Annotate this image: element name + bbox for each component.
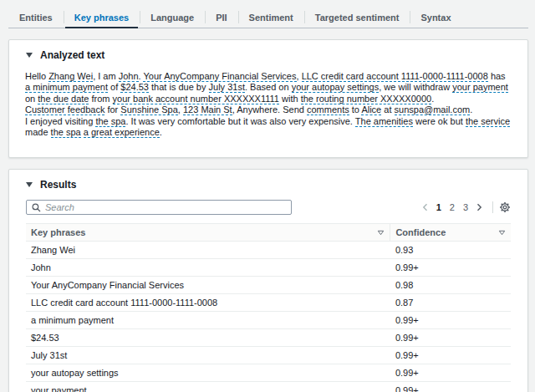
key-phrase-cell: Zhang Wei	[26, 242, 390, 259]
key-phrase-highlight[interactable]: Your AnyCompany Financial Services	[143, 71, 296, 82]
key-phrase-cell: a minimum payment	[26, 312, 390, 329]
table-header-row: Key phrases Confidence	[26, 224, 511, 242]
analyzed-paragraph: I enjoyed visiting the spa. It was very …	[25, 116, 512, 139]
key-phrase-highlight[interactable]: the spa	[51, 127, 81, 138]
confidence-cell: 0.99+	[390, 259, 511, 277]
results-panel: Results 123	[8, 169, 528, 392]
plain-text: that is due by	[149, 82, 209, 92]
table-row[interactable]: Zhang Wei0.93	[26, 242, 511, 259]
page-number-3[interactable]: 3	[459, 202, 472, 212]
key-phrase-highlight[interactable]: 123 Main St	[183, 104, 232, 115]
tab-entities[interactable]: Entities	[8, 8, 64, 28]
key-phrase-cell: your payment	[26, 382, 390, 392]
key-phrase-cell: $24.53	[26, 329, 390, 347]
key-phrase-highlight[interactable]: July 31st	[209, 82, 245, 93]
pagination: 123	[418, 201, 511, 213]
plain-text: of	[108, 82, 120, 92]
key-phrase-highlight[interactable]: your payment	[452, 82, 508, 93]
tab-sentiment[interactable]: Sentiment	[238, 8, 304, 28]
key-phrase-cell: your autopay settings	[26, 364, 390, 382]
column-header-key-phrases[interactable]: Key phrases	[26, 224, 390, 242]
key-phrase-highlight[interactable]: $24.53	[120, 82, 149, 93]
key-phrase-highlight[interactable]: the due date	[38, 94, 89, 104]
key-phrase-highlight[interactable]: a minimum payment	[25, 82, 108, 93]
table-row[interactable]: LLC credit card account 1111-0000-1111-0…	[26, 294, 511, 312]
tab-language[interactable]: Language	[140, 8, 205, 28]
plain-text: . Based on	[245, 82, 292, 92]
key-phrase-highlight[interactable]: your bank account number XXXXXX1111	[113, 94, 279, 104]
expand-caret-icon	[26, 53, 33, 58]
confidence-cell: 0.99+	[390, 347, 511, 364]
key-phrase-highlight[interactable]: the service	[466, 116, 510, 127]
plain-text: , Anywhere. Send	[232, 104, 307, 115]
key-phrase-cell: John	[26, 259, 390, 277]
results-toolbar: 123	[26, 200, 511, 215]
analyzed-paragraph: Hello Zhang Wei, I am John. Your AnyComp…	[25, 71, 512, 104]
page: EntitiesKey phrasesLanguagePIISentimentT…	[0, 0, 535, 392]
key-phrase-highlight[interactable]: Alice	[361, 104, 381, 115]
key-phrase-highlight[interactable]: a great experience	[84, 127, 160, 138]
gear-icon	[499, 201, 511, 213]
key-phrase-highlight[interactable]: your autopay settings	[292, 82, 380, 93]
table-row[interactable]: John0.99+	[26, 259, 511, 277]
tab-targeted-sentiment[interactable]: Targeted sentiment	[304, 8, 410, 28]
key-phrase-highlight[interactable]: comments	[307, 104, 349, 115]
key-phrase-cell: Your AnyCompany Financial Services	[26, 277, 390, 294]
plain-text: Hello	[25, 71, 48, 81]
tab-pii[interactable]: PII	[205, 8, 237, 28]
tab-label: Key phrases	[74, 13, 129, 23]
key-phrase-highlight[interactable]: Customer feedback	[25, 104, 104, 115]
next-page-button[interactable]	[472, 203, 487, 211]
key-phrase-cell: LLC credit card account 1111-0000-1111-0…	[26, 294, 390, 312]
plain-text: with	[279, 94, 301, 104]
chevron-left-icon	[422, 203, 428, 211]
confidence-cell: 0.98	[390, 277, 511, 294]
key-phrase-highlight[interactable]: LLC credit card account 1111-0000-1111-0…	[302, 71, 488, 82]
plain-text: . It was very comfortable but it was als…	[125, 116, 354, 126]
tab-syntax[interactable]: Syntax	[410, 8, 461, 28]
plain-text: .	[160, 127, 162, 137]
key-phrase-highlight[interactable]: Zhang Wei	[48, 71, 93, 82]
plain-text: has	[488, 71, 506, 81]
page-number-2[interactable]: 2	[446, 202, 459, 212]
plain-text: , I am	[93, 71, 119, 81]
table-row[interactable]: your payment0.99+	[26, 382, 511, 392]
page-number-1[interactable]: 1	[432, 202, 446, 212]
table-row[interactable]: a minimum payment0.99+	[26, 312, 511, 329]
table-row[interactable]: Your AnyCompany Financial Services0.98	[26, 277, 511, 294]
plain-text: made	[25, 127, 51, 137]
tab-label: Syntax	[420, 13, 451, 23]
table-row[interactable]: July 31st0.99+	[26, 347, 511, 364]
confidence-cell: 0.99+	[390, 382, 511, 392]
analyzed-text-title: Analyzed text	[40, 49, 104, 61]
key-phrase-highlight[interactable]: The amenities	[355, 116, 413, 127]
confidence-cell: 0.87	[390, 294, 511, 312]
chevron-right-icon	[476, 203, 482, 211]
plain-text: I enjoyed visiting	[25, 116, 95, 126]
table-row[interactable]: $24.530.99+	[26, 329, 511, 347]
key-phrase-highlight[interactable]: the routing number XXXXX0000	[301, 94, 432, 104]
tab-key-phrases[interactable]: Key phrases	[64, 8, 140, 28]
plain-text: ,	[297, 71, 302, 81]
toolbar-divider	[492, 201, 493, 213]
key-phrase-highlight[interactable]: Sunshine Spa	[120, 104, 178, 115]
results-section-toggle[interactable]: Results	[9, 170, 527, 193]
tab-label: Language	[150, 13, 194, 23]
table-row[interactable]: your autopay settings0.99+	[26, 364, 511, 382]
settings-button[interactable]	[499, 201, 511, 213]
analyzed-text-section-toggle[interactable]: Analyzed text	[9, 40, 527, 64]
results-body: 123	[9, 193, 527, 392]
key-phrase-highlight[interactable]: sunspa@mail.com	[395, 104, 471, 115]
sort-icon	[498, 230, 506, 236]
key-phrase-highlight[interactable]: the spa	[95, 116, 125, 127]
confidence-cell: 0.99+	[390, 312, 511, 329]
column-header-confidence[interactable]: Confidence	[390, 224, 511, 242]
key-phrase-highlight[interactable]: John	[119, 71, 139, 82]
column-label: Confidence	[395, 227, 446, 237]
search-input[interactable]	[45, 202, 286, 212]
tab-label: PII	[216, 13, 227, 23]
results-table-body: Zhang Wei0.93John0.99+Your AnyCompany Fi…	[26, 242, 511, 392]
plain-text: to	[349, 104, 362, 115]
search-box[interactable]	[26, 200, 292, 215]
prev-page-button[interactable]	[418, 203, 432, 211]
